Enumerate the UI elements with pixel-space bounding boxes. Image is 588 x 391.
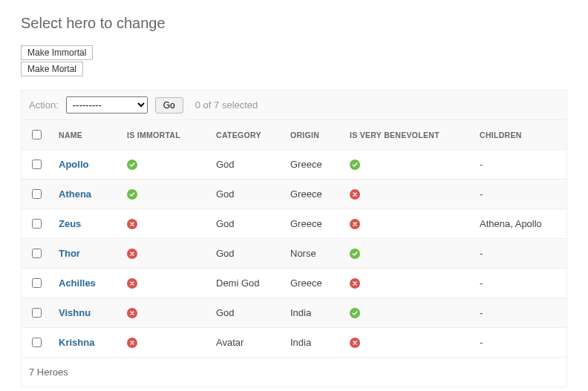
row-benevolent-cell bbox=[342, 328, 472, 358]
row-immortal-cell bbox=[120, 209, 209, 239]
hero-name-link[interactable]: Apollo bbox=[59, 159, 88, 170]
row-benevolent-cell bbox=[342, 298, 472, 328]
row-name-cell: Athena bbox=[51, 180, 120, 209]
row-checkbox[interactable] bbox=[32, 160, 42, 169]
hero-name-link[interactable]: Vishnu bbox=[59, 307, 91, 318]
no-icon bbox=[350, 189, 360, 200]
yes-icon bbox=[350, 308, 360, 318]
header-select-all bbox=[22, 120, 52, 150]
row-benevolent-cell bbox=[342, 269, 472, 298]
row-select-cell bbox=[22, 328, 52, 358]
go-button[interactable]: Go bbox=[155, 97, 183, 114]
hero-name-link[interactable]: Thor bbox=[59, 248, 80, 259]
no-icon bbox=[127, 219, 137, 229]
yes-icon bbox=[350, 160, 360, 170]
row-origin-cell: Greece bbox=[283, 150, 342, 180]
row-checkbox[interactable] bbox=[32, 308, 42, 318]
make-immortal-button[interactable]: Make Immortal bbox=[21, 45, 93, 60]
row-children-cell: - bbox=[472, 239, 567, 269]
table-row: ZeusGodGreeceAthena, Apollo bbox=[22, 209, 567, 239]
hero-name-link[interactable]: Achilles bbox=[59, 277, 96, 289]
row-category-cell: God bbox=[209, 298, 283, 328]
row-children-cell: - bbox=[472, 269, 567, 298]
header-origin[interactable]: ORIGIN bbox=[283, 120, 342, 150]
table-row: VishnuGodIndia- bbox=[22, 298, 567, 328]
row-checkbox[interactable] bbox=[32, 249, 42, 258]
selection-count: 0 of 7 selected bbox=[195, 99, 258, 111]
header-is-very-benevolent[interactable]: IS VERY BENEVOLENT bbox=[342, 120, 472, 150]
no-icon bbox=[127, 308, 137, 318]
row-checkbox[interactable] bbox=[32, 278, 42, 288]
row-origin-cell: India bbox=[283, 328, 342, 358]
row-immortal-cell bbox=[120, 180, 209, 209]
row-select-cell bbox=[22, 180, 52, 209]
row-children-cell: Athena, Apollo bbox=[472, 209, 567, 239]
row-immortal-cell bbox=[120, 298, 209, 328]
row-origin-cell: Greece bbox=[283, 180, 342, 209]
row-children-cell: - bbox=[472, 298, 567, 328]
header-category[interactable]: CATEGORY bbox=[209, 120, 283, 150]
row-category-cell: God bbox=[209, 150, 283, 180]
row-children-cell: - bbox=[472, 150, 567, 180]
row-immortal-cell bbox=[120, 269, 209, 298]
page-title: Select hero to change bbox=[21, 15, 567, 32]
row-benevolent-cell bbox=[342, 209, 472, 239]
no-icon bbox=[350, 219, 360, 229]
no-icon bbox=[127, 278, 137, 289]
row-checkbox[interactable] bbox=[32, 189, 42, 199]
row-category-cell: God bbox=[209, 209, 283, 239]
row-name-cell: Zeus bbox=[51, 209, 120, 239]
header-children[interactable]: CHILDREN bbox=[472, 120, 567, 150]
header-name[interactable]: NAME bbox=[51, 120, 120, 150]
row-origin-cell: Norse bbox=[283, 239, 342, 269]
row-origin-cell: Greece bbox=[283, 209, 342, 239]
row-children-cell: - bbox=[472, 328, 567, 358]
hero-name-link[interactable]: Krishna bbox=[59, 337, 94, 348]
no-icon bbox=[127, 249, 137, 259]
row-category-cell: God bbox=[209, 180, 283, 209]
action-select[interactable]: --------- bbox=[66, 96, 148, 114]
row-category-cell: Avatar bbox=[209, 328, 283, 358]
yes-icon bbox=[350, 249, 360, 259]
row-select-cell bbox=[22, 239, 52, 269]
header-is-immortal[interactable]: IS IMMORTAL bbox=[120, 120, 209, 150]
row-benevolent-cell bbox=[342, 180, 472, 209]
row-benevolent-cell bbox=[342, 239, 472, 269]
row-select-cell bbox=[22, 298, 52, 328]
table-row: AchillesDemi GodGreece- bbox=[22, 269, 567, 298]
table-row: KrishnaAvatarIndia- bbox=[22, 328, 567, 358]
row-checkbox[interactable] bbox=[32, 219, 42, 229]
table-row: AthenaGodGreece- bbox=[22, 180, 567, 209]
select-all-checkbox[interactable] bbox=[32, 130, 42, 139]
hero-table: NAME IS IMMORTAL CATEGORY ORIGIN IS VERY… bbox=[21, 119, 567, 358]
row-name-cell: Thor bbox=[51, 239, 120, 269]
yes-icon bbox=[127, 189, 137, 200]
yes-icon bbox=[127, 160, 137, 170]
table-row: ApolloGodGreece- bbox=[22, 150, 567, 180]
row-benevolent-cell bbox=[342, 150, 472, 180]
row-category-cell: God bbox=[209, 239, 283, 269]
row-name-cell: Apollo bbox=[51, 150, 120, 180]
hero-name-link[interactable]: Athena bbox=[59, 188, 91, 200]
no-icon bbox=[127, 338, 137, 348]
row-select-cell bbox=[22, 269, 52, 298]
row-checkbox[interactable] bbox=[32, 338, 42, 347]
action-bar: Action: --------- Go 0 of 7 selected bbox=[21, 90, 567, 119]
row-category-cell: Demi God bbox=[209, 269, 283, 298]
row-name-cell: Achilles bbox=[51, 269, 120, 298]
bulk-action-buttons: Make Immortal Make Mortal bbox=[21, 45, 567, 76]
row-children-cell: - bbox=[472, 180, 567, 209]
hero-name-link[interactable]: Zeus bbox=[59, 218, 81, 229]
row-origin-cell: India bbox=[283, 298, 342, 328]
row-select-cell bbox=[22, 209, 52, 239]
action-label: Action: bbox=[29, 99, 59, 111]
no-icon bbox=[350, 278, 360, 289]
row-immortal-cell bbox=[120, 239, 209, 269]
row-name-cell: Krishna bbox=[51, 328, 120, 358]
row-origin-cell: Greece bbox=[283, 269, 342, 298]
row-immortal-cell bbox=[120, 328, 209, 358]
table-footer: 7 Heroes bbox=[21, 358, 567, 387]
row-immortal-cell bbox=[120, 150, 209, 180]
table-row: ThorGodNorse- bbox=[22, 239, 567, 269]
make-mortal-button[interactable]: Make Mortal bbox=[21, 62, 83, 76]
